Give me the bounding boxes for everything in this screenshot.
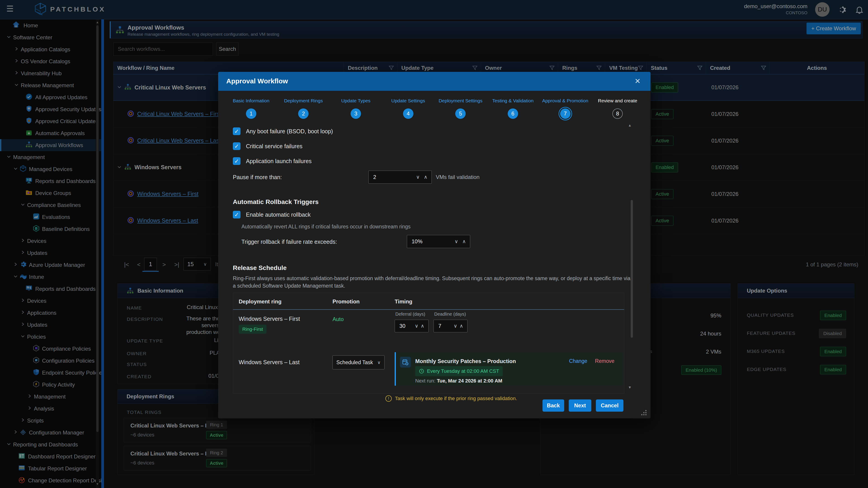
step-circle: 2 bbox=[298, 108, 309, 119]
wizard-step-4[interactable]: Update Settings4 bbox=[382, 95, 434, 127]
deferral-label: Deferral (days) bbox=[395, 312, 425, 317]
schedule-description: Ring-First always uses automatic validat… bbox=[233, 275, 633, 290]
remove-task-link[interactable]: Remove bbox=[595, 358, 614, 364]
step-circle: 7 bbox=[560, 108, 570, 119]
step-circle: 4 bbox=[403, 108, 413, 119]
checkbox-label: Any boot failure (BSOD, boot loop) bbox=[246, 128, 333, 135]
step-label: Update Types bbox=[341, 98, 370, 103]
checkbox-checked-icon[interactable]: ✓ bbox=[233, 211, 241, 219]
deadline-stepper[interactable]: 7 ∨ ∧ bbox=[434, 320, 467, 332]
chevron-up-icon[interactable]: ∧ bbox=[462, 238, 466, 245]
step-label: Testing & Validation bbox=[492, 98, 533, 103]
stepper-value: 2 bbox=[373, 174, 416, 180]
wizard-step-1[interactable]: Basic Information1 bbox=[225, 95, 277, 127]
step-label: Deployment Rings bbox=[284, 98, 323, 103]
rollback-section-heading: Automatic Rollback Triggers bbox=[233, 198, 319, 205]
wizard-step-2[interactable]: Deployment Rings2 bbox=[277, 95, 330, 127]
deadline-label: Deadline (days) bbox=[434, 312, 466, 317]
wizard-steps: Basic Information1Deployment Rings2Updat… bbox=[225, 95, 644, 127]
next-button[interactable]: Next bbox=[569, 399, 591, 412]
next-run-value: Tue, Mar 24 2026 at 2:00 AM bbox=[437, 378, 502, 384]
pause-threshold-stepper[interactable]: 2 ∨ ∧ bbox=[368, 170, 432, 184]
pause-threshold-suffix: VMs fail validation bbox=[436, 174, 479, 180]
wizard-step-3[interactable]: Update Types3 bbox=[330, 95, 382, 127]
checkbox-label: Critical service failures bbox=[246, 143, 303, 150]
modal-scrollbar-thumb[interactable] bbox=[631, 200, 633, 338]
enable-rollback-checkbox-row[interactable]: ✓ Enable automatic rollback bbox=[233, 211, 311, 219]
step-circle: 3 bbox=[350, 108, 361, 119]
wizard-step-8[interactable]: Review and create8 bbox=[591, 95, 644, 127]
checkbox-label: Application launch failures bbox=[246, 158, 311, 164]
step-label: Update Settings bbox=[391, 98, 425, 103]
validation-checkbox-row[interactable]: ✓Any boot failure (BSOD, boot loop) bbox=[233, 127, 333, 135]
validation-checkbox-row[interactable]: ✓Application launch failures bbox=[233, 157, 311, 165]
task-schedule-pill: Every Tuesday at 02:00 AM CST bbox=[415, 366, 503, 376]
scheduled-task-name: Monthly Security Patches – Production bbox=[415, 358, 516, 364]
rollback-threshold-label: Trigger rollback if failure rate exceeds… bbox=[241, 238, 337, 245]
chevron-up-icon[interactable]: ∧ bbox=[421, 323, 424, 329]
next-run-label: Next run: bbox=[415, 378, 435, 384]
chevron-down-icon[interactable]: ∨ bbox=[415, 323, 418, 329]
checkbox-checked-icon[interactable]: ✓ bbox=[233, 127, 241, 135]
deferral-stepper[interactable]: 30 ∨ ∧ bbox=[395, 320, 429, 332]
rollback-helper-text: Automatically revert ALL rings if critic… bbox=[241, 224, 410, 230]
checkbox-checked-icon[interactable]: ✓ bbox=[233, 142, 241, 150]
chevron-up-icon[interactable]: ∧ bbox=[424, 174, 428, 180]
step-circle: 5 bbox=[455, 108, 466, 119]
back-button[interactable]: Back bbox=[542, 399, 564, 412]
release-schedule-table: Deployment ring Promotion Timing Windows… bbox=[233, 293, 624, 394]
step-label: Approval & Promotion bbox=[542, 98, 588, 103]
pause-threshold-label: Pause if more than: bbox=[233, 174, 282, 181]
column-header: Timing bbox=[395, 298, 412, 305]
checkbox-label: Enable automatic rollback bbox=[246, 212, 311, 218]
promotion-auto-value: Auto bbox=[333, 316, 344, 322]
column-header: Promotion bbox=[333, 298, 360, 305]
wizard-step-6[interactable]: Testing & Validation6 bbox=[487, 95, 539, 127]
cancel-button[interactable]: Cancel bbox=[596, 399, 623, 412]
step-label: Review and create bbox=[598, 98, 637, 103]
modal-header: Approval Workflow ✕ bbox=[218, 72, 651, 91]
ring-name: Windows Servers – First bbox=[239, 316, 300, 322]
validation-checkbox-row[interactable]: ✓Critical service failures bbox=[233, 142, 303, 150]
task-next-run: Next run: Tue, Mar 24 2026 at 2:00 AM bbox=[415, 378, 502, 384]
chevron-up-icon[interactable]: ∧ bbox=[460, 323, 463, 329]
chevron-down-icon[interactable]: ∨ bbox=[416, 174, 420, 180]
rollback-threshold-stepper[interactable]: 10% ∨ ∧ bbox=[407, 235, 470, 248]
approval-workflow-modal: Approval Workflow ✕ Basic Information1De… bbox=[218, 72, 651, 418]
step-circle: 1 bbox=[246, 108, 256, 119]
modal-title: Approval Workflow bbox=[226, 77, 288, 85]
scheduled-task-card: Monthly Security Patches – Production Ch… bbox=[395, 352, 623, 386]
step-label: Deployment Settings bbox=[438, 98, 483, 103]
close-icon[interactable]: ✕ bbox=[634, 77, 641, 86]
chevron-down-icon: ∨ bbox=[377, 360, 381, 365]
modal-scroll-up-icon[interactable]: ▲ bbox=[628, 123, 631, 127]
select-value: Scheduled Task bbox=[336, 359, 373, 365]
wizard-step-5[interactable]: Deployment Settings5 bbox=[434, 95, 487, 127]
schedule-section-heading: Release Schedule bbox=[233, 264, 287, 271]
scheduled-task-icon bbox=[400, 357, 411, 367]
column-header: Deployment ring bbox=[239, 298, 281, 305]
clock-icon bbox=[419, 368, 424, 374]
chevron-down-icon[interactable]: ∨ bbox=[455, 238, 458, 245]
change-task-link[interactable]: Change bbox=[569, 358, 587, 364]
step-circle: 6 bbox=[508, 108, 518, 119]
table-header-divider bbox=[233, 309, 624, 310]
promotion-select[interactable]: Scheduled Task ∨ bbox=[333, 355, 384, 369]
resize-grip[interactable] bbox=[641, 410, 647, 415]
modal-scroll-down-icon[interactable]: ▼ bbox=[628, 385, 631, 390]
stepper-value: 10% bbox=[412, 238, 455, 245]
stepper-value: 30 bbox=[399, 323, 415, 329]
task-schedule-text: Every Tuesday at 02:00 AM CST bbox=[427, 368, 499, 374]
modal-footer: Back Next Cancel bbox=[218, 395, 651, 418]
app-screen: ☰ PATCHBLOX demo_user@contoso.com CONTOS… bbox=[0, 0, 868, 488]
step-label: Basic Information bbox=[233, 98, 270, 103]
ring-name: Windows Servers – Last bbox=[239, 359, 300, 365]
ring-first-badge: Ring-First bbox=[239, 325, 267, 334]
stepper-value: 7 bbox=[438, 323, 454, 329]
wizard-step-7[interactable]: Approval & Promotion7 bbox=[539, 95, 592, 127]
checkbox-checked-icon[interactable]: ✓ bbox=[233, 157, 241, 165]
step-circle: 8 bbox=[612, 108, 623, 119]
chevron-down-icon[interactable]: ∨ bbox=[454, 323, 457, 329]
